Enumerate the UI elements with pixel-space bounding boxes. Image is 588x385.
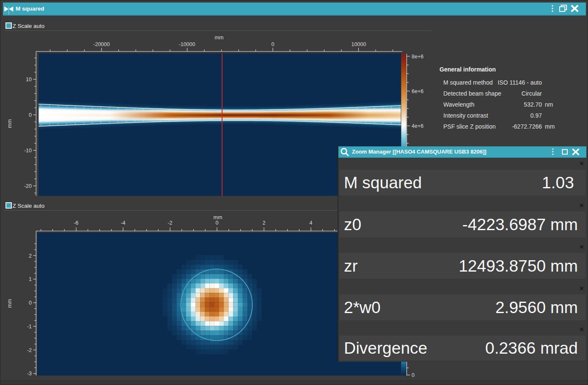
svg-text:-2: -2 (168, 220, 172, 226)
svg-text:-3: -3 (27, 371, 32, 377)
svg-text:1: 1 (29, 276, 32, 282)
svg-text:mm: mm (214, 214, 223, 220)
svg-text:0: 0 (216, 220, 219, 226)
svg-text:-4: -4 (121, 220, 125, 226)
svg-text:-20: -20 (24, 183, 32, 189)
svg-text:2: 2 (263, 220, 266, 226)
svg-text:-6: -6 (74, 220, 78, 226)
svg-text:0: 0 (412, 372, 415, 378)
svg-text:mm: mm (7, 299, 13, 308)
svg-text:4: 4 (310, 220, 313, 226)
svg-text:-1: -1 (27, 324, 32, 330)
svg-text:-2: -2 (27, 347, 32, 353)
svg-text:0: 0 (29, 300, 32, 306)
svg-text:2: 2 (29, 253, 32, 259)
